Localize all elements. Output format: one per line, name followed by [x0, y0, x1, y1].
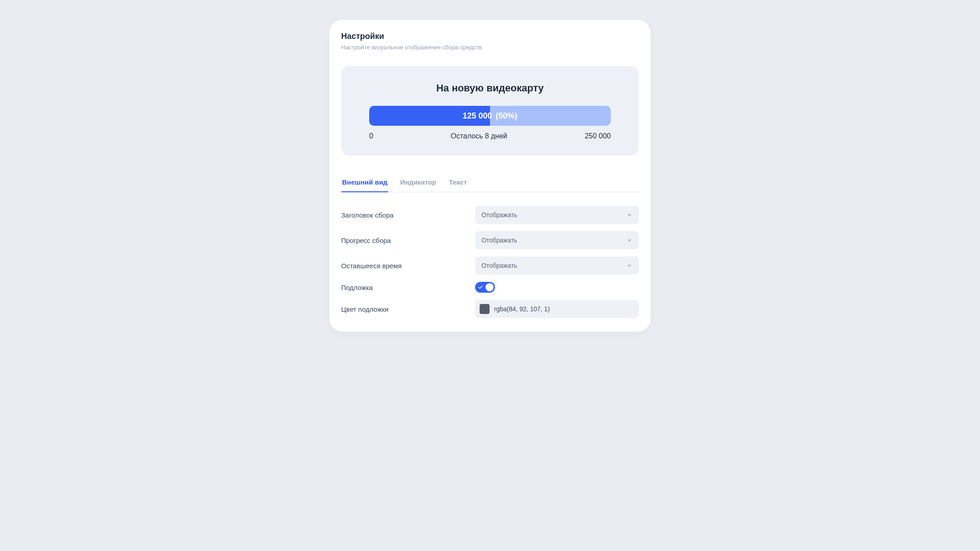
color-backing[interactable]: rgba(84, 92, 107, 1): [475, 300, 639, 318]
row-time: Оставшееся время Отображать: [341, 256, 639, 275]
check-icon: [478, 285, 483, 290]
progress-amount: 125 000: [462, 111, 492, 121]
select-title-value: Отображать: [481, 211, 517, 218]
tab-indicator[interactable]: Индикатор: [399, 175, 437, 192]
settings-card: Настройки Настройте визуальное отображен…: [329, 20, 651, 332]
page-subtitle: Настройте визуальное отображение сбора с…: [341, 44, 639, 51]
label-backing: Подложка: [341, 284, 475, 291]
progress-percent: (50%): [496, 111, 518, 121]
toggle-knob: [485, 283, 494, 291]
row-progress: Прогресс сбора Отображать: [341, 231, 639, 249]
chevron-down-icon: [626, 212, 633, 218]
label-backing-color: Цвет подложки: [341, 305, 475, 313]
progress-bar-label: 125 000 (50%): [369, 106, 611, 126]
label-title: Заголовок сбора: [341, 211, 475, 219]
select-progress-value: Отображать: [481, 237, 517, 244]
chevron-down-icon: [626, 237, 633, 243]
progress-remaining: Осталось 8 дней: [451, 132, 507, 140]
progress-bar: 125 000 (50%): [369, 106, 611, 126]
select-time-value: Отображать: [481, 262, 517, 269]
row-title: Заголовок сбора Отображать: [341, 206, 639, 224]
color-value: rgba(84, 92, 107, 1): [494, 305, 550, 313]
preview-title: На новую видеокарту: [369, 82, 611, 94]
progress-meta: 0 Осталось 8 дней 250 000: [369, 132, 611, 140]
select-progress[interactable]: Отображать: [475, 231, 639, 249]
progress-max: 250 000: [585, 132, 611, 140]
tab-appearance[interactable]: Внешний вид: [341, 175, 388, 192]
color-swatch: [480, 304, 490, 314]
label-progress: Прогресс сбора: [341, 237, 475, 244]
page-title: Настройки: [341, 32, 639, 41]
preview-panel: На новую видеокарту 125 000 (50%) 0 Оста…: [341, 66, 639, 156]
progress-min: 0: [369, 132, 373, 140]
select-time[interactable]: Отображать: [475, 256, 639, 275]
tab-text[interactable]: Текст: [448, 175, 468, 192]
chevron-down-icon: [626, 262, 633, 269]
row-backing: Подложка: [341, 282, 639, 293]
toggle-backing[interactable]: [475, 282, 495, 293]
label-time: Оставшееся время: [341, 262, 475, 270]
select-title[interactable]: Отображать: [475, 206, 639, 224]
tabs: Внешний вид Индикатор Текст: [341, 175, 639, 192]
row-backing-color: Цвет подложки rgba(84, 92, 107, 1): [341, 300, 639, 318]
